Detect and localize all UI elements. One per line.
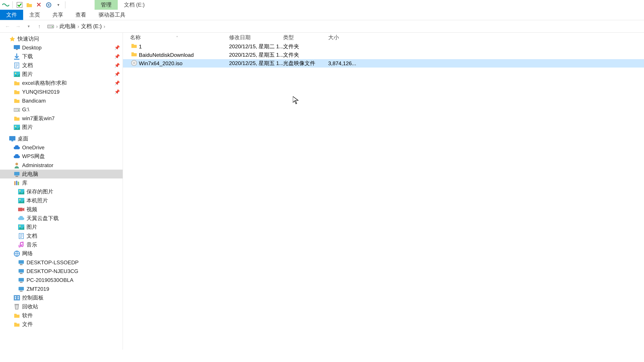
col-name[interactable]: 名称˄ xyxy=(130,34,178,41)
sidebar-quick-item[interactable]: 下载📌 xyxy=(0,52,122,61)
col-type[interactable]: 类型 xyxy=(283,34,294,41)
mouse-cursor xyxy=(293,96,299,104)
sidebar-item[interactable]: 控制面板 xyxy=(0,294,122,302)
sidebar-quick-item[interactable]: Desktop📌 xyxy=(0,43,122,52)
sidebar-item[interactable]: 网络 xyxy=(0,249,122,258)
file-tab[interactable]: 文件 xyxy=(0,10,23,20)
file-list[interactable]: 名称˄ 修改日期 类型 大小 12020/12/15, 星期二 1...文件夹B… xyxy=(123,33,644,350)
file-date: 2020/12/15, 星期二 1... xyxy=(229,43,284,50)
svg-rect-42 xyxy=(14,295,20,301)
svg-point-43 xyxy=(15,296,16,298)
breadcrumb-current[interactable]: 文档 (E:) xyxy=(81,23,102,30)
bin-icon xyxy=(13,303,20,310)
sidebar-quick-item[interactable]: YUNQISHI2019📌 xyxy=(0,87,122,96)
doc-icon xyxy=(18,232,25,240)
sidebar-quick-item[interactable]: 文档📌 xyxy=(0,61,122,70)
pin-icon: 📌 xyxy=(114,54,120,59)
sidebar-item[interactable]: Administrator xyxy=(0,161,122,170)
pic-icon xyxy=(18,188,25,195)
download-icon xyxy=(13,53,20,60)
sidebar-item[interactable]: ZMT2019 xyxy=(0,285,122,294)
sidebar-item[interactable]: 回收站 xyxy=(0,302,122,311)
sidebar-item[interactable]: 天翼云盘下载 xyxy=(0,214,122,223)
svg-rect-13 xyxy=(14,108,20,111)
sidebar-quick-item[interactable]: G:\ xyxy=(0,105,122,114)
sidebar-item[interactable]: 库 xyxy=(0,178,122,187)
folder-icon xyxy=(13,88,20,95)
pic-icon xyxy=(13,71,20,78)
col-size[interactable]: 大小 xyxy=(328,34,339,41)
svg-rect-23 xyxy=(16,181,17,185)
sidebar-item[interactable]: 图片 xyxy=(0,223,122,232)
sidebar-item[interactable]: 文件 xyxy=(0,320,122,329)
svg-point-46 xyxy=(18,298,19,299)
svg-point-31 xyxy=(19,226,21,227)
file-type: 光盘映像文件 xyxy=(283,60,315,67)
file-row[interactable]: BaiduNetdiskDownload2020/12/25, 星期五 1...… xyxy=(123,51,644,59)
svg-rect-37 xyxy=(20,273,23,274)
pc-icon xyxy=(18,285,25,293)
title-context-tabs: 管理 文档 (E:) xyxy=(94,0,151,10)
address-bar[interactable]: › 此电脑 › 文档 (E:) › ⌄ ↻ xyxy=(45,22,644,30)
svg-rect-4 xyxy=(48,25,54,28)
sidebar-desktop-root[interactable]: 桌面 xyxy=(0,134,122,143)
desktop-icon xyxy=(13,44,20,51)
back-button[interactable]: ← xyxy=(3,21,12,31)
sort-indicator-icon: ˄ xyxy=(176,36,178,40)
sidebar-item[interactable]: PC-20190530OBLA xyxy=(0,276,122,285)
svg-rect-38 xyxy=(18,278,24,281)
sidebar-quick-item[interactable]: 图片📌 xyxy=(0,70,122,79)
sidebar-item[interactable]: 文档 xyxy=(0,232,122,241)
sidebar-item[interactable]: OneDrive xyxy=(0,143,122,152)
recent-dropdown[interactable]: ▾ xyxy=(24,21,34,31)
forward-button[interactable]: → xyxy=(13,21,23,31)
navigation-pane[interactable]: 快速访问 Desktop📌下载📌文档📌图片📌excel表格制作求和📌YUNQIS… xyxy=(0,33,123,350)
sidebar-item[interactable]: DESKTOP-LSSOEDP xyxy=(0,258,122,267)
sidebar-quick-item[interactable]: win7重装win7 xyxy=(0,114,122,123)
breadcrumb-this-pc[interactable]: 此电脑 xyxy=(60,23,76,30)
disc-icon xyxy=(131,60,138,67)
qat-delete-icon[interactable]: ✕ xyxy=(35,1,43,9)
net-icon xyxy=(13,250,20,257)
tab-share[interactable]: 共享 xyxy=(46,10,70,20)
drive-icon xyxy=(13,106,20,113)
sidebar-quick-item[interactable]: Bandicam xyxy=(0,96,122,105)
sidebar-item[interactable]: 此电脑 xyxy=(0,170,122,178)
svg-rect-20 xyxy=(14,172,20,175)
file-row[interactable]: 12020/12/15, 星期二 1...文件夹 xyxy=(123,42,644,51)
file-row[interactable]: Win7x64_2020.iso2020/12/25, 星期五 1...光盘映像… xyxy=(123,59,644,67)
pin-icon: 📌 xyxy=(114,71,120,77)
sidebar-quick-access[interactable]: 快速访问 xyxy=(0,34,122,43)
qat-folder-icon[interactable] xyxy=(25,1,33,9)
tool-context-tab[interactable]: 管理 xyxy=(94,0,118,10)
sidebar-quick-item[interactable]: 图片 xyxy=(0,123,122,132)
music-icon xyxy=(18,241,25,248)
sidebar-item[interactable]: WPS网盘 xyxy=(0,152,122,161)
sidebar-item[interactable]: 保存的图片 xyxy=(0,187,122,196)
svg-point-28 xyxy=(19,199,21,200)
titlebar: ✕ ▾ 管理 文档 (E:) xyxy=(0,0,644,10)
panel-icon xyxy=(13,294,20,301)
pin-icon: 📌 xyxy=(114,45,120,50)
qat-dropdown-icon[interactable]: ▾ xyxy=(54,1,62,9)
cloud-icon xyxy=(18,215,25,222)
qat-checkbox-icon[interactable] xyxy=(16,1,23,9)
sidebar-item[interactable]: 本机照片 xyxy=(0,196,122,205)
file-date: 2020/12/25, 星期五 1... xyxy=(229,60,284,67)
tab-view[interactable]: 查看 xyxy=(69,10,92,20)
tab-home[interactable]: 主页 xyxy=(23,10,46,20)
drive-icon xyxy=(47,24,54,29)
svg-rect-29 xyxy=(18,208,22,211)
sidebar-item[interactable]: 音乐 xyxy=(0,240,122,249)
col-date[interactable]: 修改日期 xyxy=(229,34,250,41)
tab-drive-tools[interactable]: 驱动器工具 xyxy=(92,10,132,20)
sidebar-item[interactable]: 软件 xyxy=(0,311,122,320)
up-button[interactable]: ↑ xyxy=(34,21,44,31)
sidebar-item[interactable]: DESKTOP-NJEU3CG xyxy=(0,267,122,276)
sidebar-item[interactable]: 视频 xyxy=(0,205,122,214)
pc-icon xyxy=(18,277,25,284)
sidebar-quick-item[interactable]: excel表格制作求和📌 xyxy=(0,79,122,87)
qat-gear-icon[interactable] xyxy=(44,1,52,9)
svg-rect-18 xyxy=(12,140,14,141)
column-headers[interactable]: 名称˄ 修改日期 类型 大小 xyxy=(123,33,644,42)
